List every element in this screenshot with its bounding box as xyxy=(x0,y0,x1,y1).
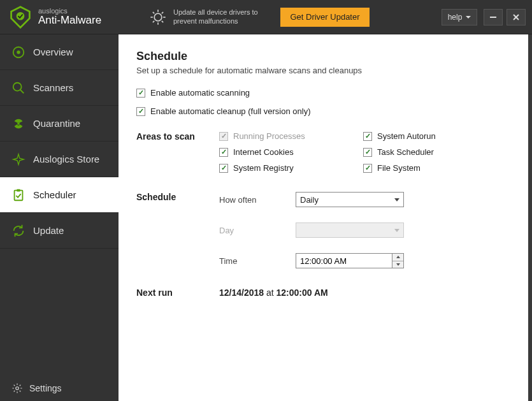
chevron-up-icon xyxy=(396,256,400,258)
next-run-label: Next run xyxy=(136,288,219,298)
app-shield-icon xyxy=(9,6,32,29)
checkbox-label: Enable automatic scanning xyxy=(150,88,250,98)
area-label: System Registry xyxy=(233,163,294,173)
svg-line-17 xyxy=(20,89,24,93)
svg-point-16 xyxy=(13,82,22,91)
checkbox-icon[interactable] xyxy=(136,107,145,116)
time-spinner xyxy=(392,253,404,268)
areas-to-scan-label: Areas to scan xyxy=(136,131,219,173)
radiation-icon xyxy=(11,117,25,131)
sidebar-item-label: Update xyxy=(33,225,64,236)
enable-automatic-cleanup[interactable]: Enable automatic cleanup (full version o… xyxy=(136,106,510,116)
svg-point-15 xyxy=(17,50,20,54)
svg-line-7 xyxy=(153,11,154,13)
sidebar-item-update[interactable]: Update xyxy=(0,213,119,249)
minimize-icon xyxy=(489,13,497,21)
sidebar: Overview Scanners Quarantine Auslogics S… xyxy=(0,34,119,401)
schedule-section-label: Schedule xyxy=(136,192,219,268)
window-edge xyxy=(528,34,532,401)
sidebar-item-label: Overview xyxy=(33,47,73,57)
app-title: auslogics Anti-Malware xyxy=(38,7,101,27)
minimize-button[interactable] xyxy=(484,9,503,26)
sidebar-item-quarantine[interactable]: Quarantine xyxy=(0,106,119,142)
help-dropdown[interactable]: help xyxy=(442,9,477,26)
settings-label: Settings xyxy=(29,383,62,393)
checkbox-icon[interactable] xyxy=(219,148,228,157)
help-label: help xyxy=(448,13,463,22)
day-label: Day xyxy=(219,226,296,235)
checkbox-icon[interactable] xyxy=(219,164,228,173)
svg-rect-19 xyxy=(15,190,23,200)
sidebar-item-label: Scheduler xyxy=(33,189,76,200)
area-label: Internet Cookies xyxy=(233,147,294,157)
svg-point-21 xyxy=(16,387,19,390)
chevron-down-icon xyxy=(466,16,471,18)
svg-point-2 xyxy=(154,13,162,21)
sidebar-item-scheduler[interactable]: Scheduler xyxy=(0,177,119,213)
titlebar: auslogics Anti-Malware Update all device… xyxy=(0,0,532,34)
sidebar-item-label: Quarantine xyxy=(33,118,80,129)
svg-rect-20 xyxy=(17,189,20,191)
chevron-down-icon xyxy=(394,198,399,201)
area-system-autorun[interactable]: System Autorun xyxy=(363,131,436,141)
area-label: Running Processes xyxy=(233,131,305,141)
time-input[interactable] xyxy=(296,253,392,268)
promo-tip: Update all device drivers to prevent mal… xyxy=(140,8,280,26)
checkbox-icon[interactable] xyxy=(136,89,145,98)
sidebar-item-scanners[interactable]: Scanners xyxy=(0,70,119,106)
overview-icon xyxy=(11,45,25,59)
area-label: File System xyxy=(377,163,421,173)
sidebar-item-label: Scanners xyxy=(33,82,73,93)
app-logo-block: auslogics Anti-Malware xyxy=(0,6,140,29)
svg-line-8 xyxy=(162,20,163,22)
checkbox-icon[interactable] xyxy=(363,164,372,173)
checkbox-icon[interactable] xyxy=(363,132,372,141)
svg-point-1 xyxy=(17,11,25,20)
area-file-system[interactable]: File System xyxy=(363,163,436,173)
time-up-button[interactable] xyxy=(392,254,403,261)
svg-line-10 xyxy=(162,11,163,13)
settings-link[interactable]: Settings xyxy=(0,375,119,401)
checkbox-icon[interactable] xyxy=(363,148,372,157)
gear-icon xyxy=(11,383,23,394)
promo-text: Update all device drivers to prevent mal… xyxy=(173,8,258,26)
day-select xyxy=(296,222,404,238)
area-running-processes: Running Processes xyxy=(219,131,363,141)
get-driver-updater-button[interactable]: Get Driver Updater xyxy=(280,8,370,27)
lightbulb-icon xyxy=(149,8,167,26)
enable-automatic-scanning[interactable]: Enable automatic scanning xyxy=(136,88,510,98)
clipboard-icon xyxy=(11,188,25,202)
time-down-button[interactable] xyxy=(392,261,403,268)
chevron-down-icon xyxy=(396,263,400,266)
checkbox-icon xyxy=(219,132,228,141)
app-name: Anti-Malware xyxy=(38,14,101,26)
area-label: Task Scheduler xyxy=(377,147,434,157)
area-task-scheduler[interactable]: Task Scheduler xyxy=(363,147,436,157)
chevron-down-icon xyxy=(394,229,399,232)
area-label: System Autorun xyxy=(377,131,436,141)
close-icon xyxy=(512,13,520,21)
how-often-label: How often xyxy=(219,195,296,205)
sidebar-item-label: Auslogics Store xyxy=(33,154,99,164)
page-title: Schedule xyxy=(136,50,510,63)
sidebar-item-store[interactable]: Auslogics Store xyxy=(0,142,119,177)
sidebar-item-overview[interactable]: Overview xyxy=(0,34,119,70)
how-often-select[interactable]: Daily xyxy=(296,192,404,207)
checkbox-label: Enable automatic cleanup (full version o… xyxy=(150,106,310,116)
content-pane: Schedule Set up a schedule for automatic… xyxy=(119,34,528,401)
svg-rect-11 xyxy=(490,17,496,18)
area-system-registry[interactable]: System Registry xyxy=(219,163,363,173)
close-button[interactable] xyxy=(507,9,526,26)
next-run-value: 12/14/2018 at 12:00:00 AM xyxy=(219,288,328,298)
svg-line-9 xyxy=(153,20,154,22)
how-often-value: Daily xyxy=(300,195,319,205)
refresh-icon xyxy=(11,224,25,238)
magnify-icon xyxy=(11,81,25,95)
page-subtitle: Set up a schedule for automatic malware … xyxy=(136,66,510,75)
sparkle-icon xyxy=(11,152,25,166)
time-label: Time xyxy=(219,256,296,266)
area-internet-cookies[interactable]: Internet Cookies xyxy=(219,147,363,157)
